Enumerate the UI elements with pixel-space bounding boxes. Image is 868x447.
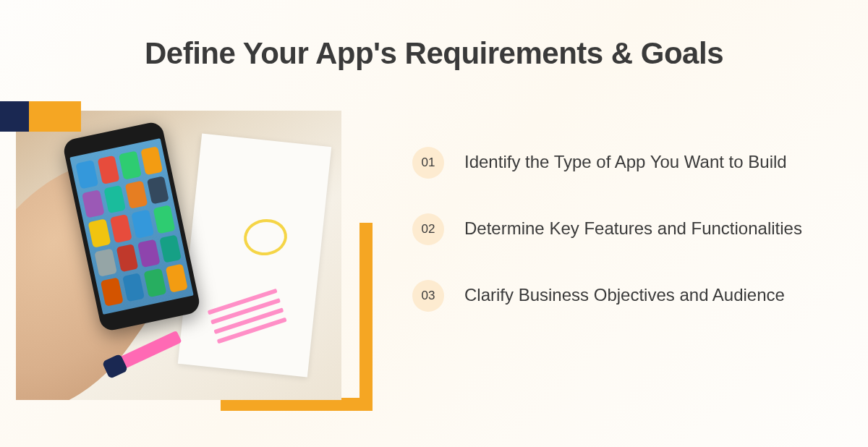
item-number-badge: 03 <box>412 280 444 312</box>
app-icon <box>125 180 148 209</box>
app-icon <box>146 176 169 205</box>
app-icon <box>116 244 138 273</box>
item-number-badge: 02 <box>412 213 444 245</box>
app-icon <box>159 234 182 263</box>
app-icon <box>94 248 116 277</box>
app-icon <box>137 239 160 268</box>
image-section <box>0 111 362 400</box>
accent-gold-right-block <box>359 223 373 411</box>
list-item: 03 Clarify Business Objectives and Audie… <box>412 280 868 312</box>
list-item: 02 Determine Key Features and Functional… <box>412 213 868 245</box>
item-text: Determine Key Features and Functionaliti… <box>464 213 802 242</box>
app-icon <box>131 210 153 239</box>
accent-gold-top-block <box>29 101 81 132</box>
item-text: Identify the Type of App You Want to Bui… <box>464 147 787 175</box>
app-icon <box>103 185 126 214</box>
list-item: 01 Identify the Type of App You Want to … <box>412 147 868 179</box>
hero-image <box>16 111 341 400</box>
app-icon <box>88 219 111 248</box>
app-icon <box>153 205 175 234</box>
app-icon <box>75 160 98 189</box>
paper-sketch <box>178 133 331 377</box>
accent-navy-block <box>0 101 29 132</box>
app-icon <box>144 268 166 297</box>
app-icon <box>82 190 104 218</box>
content-row: 01 Identify the Type of App You Want to … <box>0 111 868 400</box>
app-icon <box>119 150 141 179</box>
slide-title: Define Your App's Requirements & Goals <box>0 0 868 71</box>
list-section: 01 Identify the Type of App You Want to … <box>412 111 868 400</box>
app-icon <box>101 278 123 307</box>
app-icon <box>97 156 119 184</box>
app-icon <box>165 264 187 293</box>
item-number-badge: 01 <box>412 147 444 179</box>
app-icon <box>140 146 163 175</box>
slide-container: Define Your App's Requirements & Goals <box>0 0 868 447</box>
app-icon <box>122 273 145 302</box>
item-text: Clarify Business Objectives and Audience <box>464 280 785 308</box>
app-icon <box>109 214 132 243</box>
